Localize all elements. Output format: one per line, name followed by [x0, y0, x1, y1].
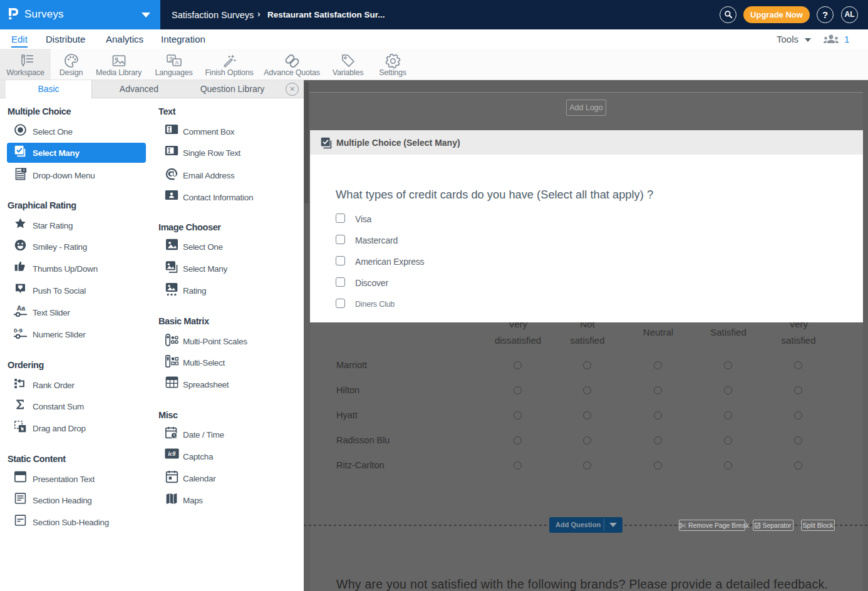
svg-text:A: A	[175, 59, 178, 66]
svg-text:ic8: ic8	[168, 450, 175, 457]
svg-text:Aa: Aa	[16, 304, 25, 312]
